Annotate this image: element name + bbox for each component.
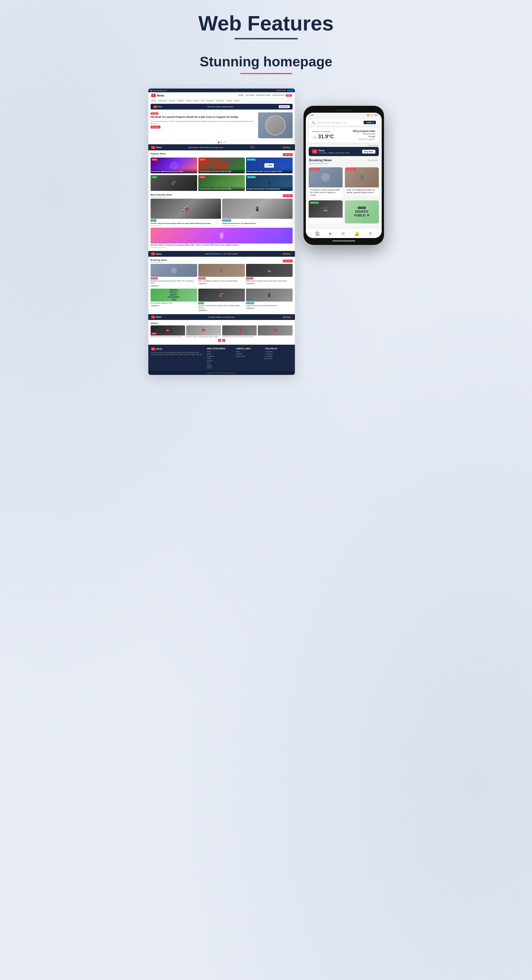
- breaking-card-5-cta[interactable]: Read More >: [199, 309, 208, 311]
- footer-linkedin[interactable]: in LinkedIn: [265, 355, 292, 357]
- fav-iphone-card[interactable]: 14 Exclusive: iPhone 14 Coming In Four M…: [151, 228, 292, 248]
- phone-card2-1[interactable]: 💻 Business: [309, 200, 343, 223]
- fav-card-2[interactable]: 📱 Technology Google Pixel 6a Review: The…: [222, 199, 292, 226]
- footer-instagram[interactable]: ◎ Instagram: [265, 353, 292, 355]
- breaking-card-5[interactable]: 🏈 Sports The NFL is back! Preseason begi…: [199, 289, 245, 311]
- footer-cat-family[interactable]: Family: [207, 358, 233, 360]
- footer-facebook[interactable]: f Facebook: [265, 351, 292, 352]
- footer-logo-icon: ⚡: [151, 348, 155, 350]
- popular-news-card-6[interactable]: 📱 Technology Google Pixel 6a Review: The…: [246, 175, 292, 191]
- ad-buy-btn-1[interactable]: Buy Now: [279, 105, 290, 108]
- phone-nav-bell[interactable]: 🔔: [354, 231, 359, 236]
- footer-cat-tech[interactable]: Technology: [207, 355, 233, 357]
- cat-search[interactable]: Search: [234, 100, 240, 102]
- ad2-buy-btn[interactable]: Buy Now: [281, 146, 292, 149]
- phone-nav-video[interactable]: ▶: [329, 231, 332, 236]
- cat-multimedia[interactable]: Multimedia: [158, 100, 167, 102]
- popular-news-card-1[interactable]: Events Disneyland: Nighttime Spectacular…: [151, 158, 197, 173]
- nav-breaking[interactable]: BREAKING NEWS: [256, 94, 271, 97]
- video-card-2[interactable]: How much oxygen a Covid-19 patients canf…: [186, 325, 221, 338]
- video-card-4[interactable]: [258, 325, 292, 338]
- footer-desc: News Plus website is an online platform …: [151, 352, 205, 356]
- browser-top-bar: 🔒 blog.themeiza.com English (EN) 🔵🔵🔵: [148, 89, 295, 92]
- breaking-card-3-tag: Top News: [246, 277, 254, 279]
- phone-nav-home[interactable]: 🏠: [315, 231, 320, 236]
- card-6-tag: Technology: [247, 176, 256, 178]
- dot-2[interactable]: [221, 142, 222, 143]
- footer-link-live[interactable]: Live News: [236, 353, 263, 355]
- fav-news-view-more[interactable]: View More: [283, 194, 292, 197]
- popular-news-view-more[interactable]: View More: [283, 153, 292, 156]
- play-btn-2[interactable]: [202, 329, 205, 331]
- cat-travels[interactable]: Travels: [226, 100, 232, 102]
- phone-news-card-2[interactable]: 👤 Top News India, US building foundation…: [345, 167, 379, 198]
- breaking-card-1[interactable]: Top News PM Modi to launch projects wort…: [151, 264, 197, 286]
- cat-religion[interactable]: Religion: [177, 100, 184, 102]
- breaking-card-2[interactable]: 👤 Top News India, US building foundation…: [199, 264, 245, 286]
- nav-more[interactable]: MORE PAGES: [273, 94, 284, 97]
- ad3-buy-btn[interactable]: Buy Now: [281, 252, 292, 255]
- nav-live[interactable]: LIVE NEWS: [245, 94, 255, 97]
- cat-cars[interactable]: Cars: [201, 100, 205, 102]
- footer-cat-science[interactable]: Science: [207, 367, 233, 369]
- play-btn-3[interactable]: [238, 329, 241, 331]
- breaking-card-2-cta[interactable]: Read More >: [199, 283, 208, 285]
- video-card-3[interactable]: Patrol, Diesel Prices Cut For First Time…: [222, 325, 257, 338]
- popular-news-card-3[interactable]: ● SBI Technology SBI Recruitment 2022: H…: [246, 158, 292, 173]
- phone-view-more[interactable]: View More: [367, 159, 378, 162]
- breaking-card-6[interactable]: 📱 Technology Google Pixel 6a review: The…: [246, 289, 292, 311]
- breaking-card-4[interactable]: ENVATOPUBLIC *IMPACTSTATEMENT*2022 Envat…: [151, 289, 197, 311]
- card-4-tag: Sports: [151, 176, 157, 178]
- nav-home[interactable]: HOME: [238, 94, 243, 97]
- breaking-card-3[interactable]: 💻 Top News NSEE wants to increase equity…: [246, 264, 292, 286]
- breaking-card-1-cta[interactable]: Read More >: [151, 285, 160, 287]
- footer-cat-cars[interactable]: Cars: [207, 362, 233, 364]
- footer-link-breaking[interactable]: Breaking News: [236, 355, 263, 357]
- cat-family[interactable]: Family: [194, 100, 199, 102]
- popular-news-card-5[interactable]: 🌿 Travels Young Travelers and Their Tren…: [199, 175, 245, 191]
- ad3-logo: ⚡ News: [151, 252, 162, 255]
- featured-read-more[interactable]: Read More: [151, 126, 160, 129]
- footer-cat-business[interactable]: Business: [207, 360, 233, 362]
- video-card-1-img: ⚡ News Great ✓: [151, 325, 185, 336]
- phone-card2-2[interactable]: Envato ENVATOPUBLIC ✳: [345, 200, 379, 223]
- ad-logo-1: ⚡ News: [154, 105, 162, 108]
- cat-sports[interactable]: Sports: [151, 100, 156, 102]
- phone-nav-grid[interactable]: ⊞: [341, 231, 345, 236]
- fav-card-1[interactable]: 🏈 Sports The NFL Is Back! Preseason Begi…: [151, 199, 221, 226]
- video-2-title: How much oxygen a Covid-19 patients canf…: [186, 336, 221, 338]
- breaking-card-4-cta[interactable]: Read More >: [151, 305, 160, 307]
- video-prev-btn[interactable]: ◀: [218, 339, 221, 342]
- video-card-1[interactable]: ⚡ News Great ✓ Patrol, Diesel Prices Cut…: [151, 325, 185, 338]
- footer-useful-title: USEFUL LINKS: [236, 348, 263, 350]
- footer-link-home[interactable]: Home: [236, 351, 263, 352]
- fav-iphone-title: Exclusive: iPhone 14 Coming In Four Mode…: [151, 244, 292, 246]
- cat-top[interactable]: Top News: [216, 100, 224, 102]
- video-1-title: Patrol, Diesel Prices Cut For First Time…: [151, 336, 185, 338]
- phone-search-bar[interactable]: 🔍 Search News, Categories, etc. ● LIVE 📺: [309, 119, 379, 126]
- popular-news-card-2[interactable]: Travels Young Travelers and Their Trends…: [199, 158, 245, 173]
- phone-news-card-1[interactable]: Top News PM Modi to launch projects wort…: [309, 167, 343, 198]
- phone-status-bar: 5:30 📶 📡 23%: [306, 113, 382, 118]
- breaking-news-view-more[interactable]: View More: [283, 259, 292, 262]
- ad2-text: Stay informed, stay ahead with our daily…: [188, 146, 224, 148]
- footer-cat-politics[interactable]: Politics: [207, 353, 233, 355]
- cat-business[interactable]: Business: [207, 100, 214, 102]
- phone-buy-btn[interactable]: Buy Now: [362, 150, 375, 154]
- dot-3[interactable]: [224, 142, 226, 143]
- play-btn-1[interactable]: [167, 329, 169, 331]
- footer-youtube[interactable]: ▶ YouTube: [265, 358, 292, 360]
- phone-nav-settings[interactable]: ⚙: [368, 231, 372, 236]
- video-next-btn[interactable]: ▶: [222, 339, 225, 342]
- fav-card-1-img: 🏈: [151, 199, 221, 219]
- dot-1[interactable]: [218, 142, 219, 143]
- breaking-card-6-cta[interactable]: Read More >: [246, 307, 255, 309]
- play-btn-4[interactable]: [274, 329, 276, 331]
- footer-cat-religion[interactable]: Religion: [207, 364, 233, 366]
- footer-cat-stories[interactable]: Stories: [207, 351, 233, 352]
- cat-politics[interactable]: Politics: [186, 100, 191, 102]
- ad4-buy-btn[interactable]: Buy Now: [281, 316, 292, 318]
- popular-news-card-4[interactable]: 🏈 Sports: [151, 175, 197, 191]
- cat-science[interactable]: Science: [169, 100, 175, 102]
- breaking-card-3-cta[interactable]: Read More >: [246, 283, 255, 285]
